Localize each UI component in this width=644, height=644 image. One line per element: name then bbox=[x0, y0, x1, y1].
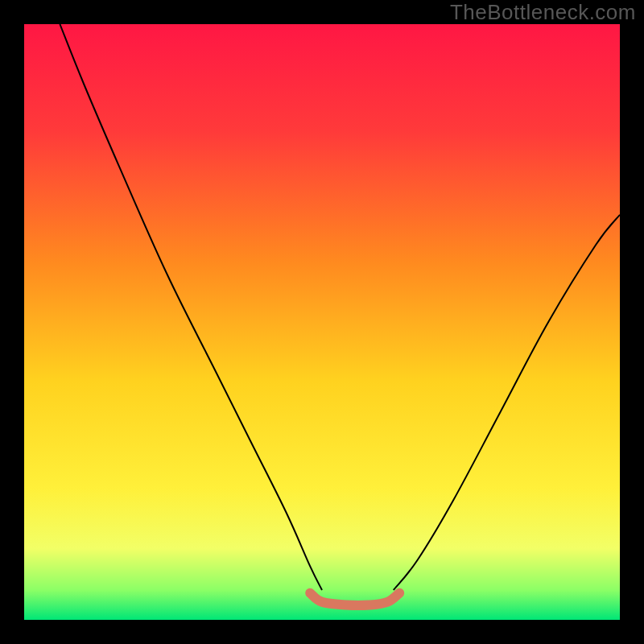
chart-frame: TheBottleneck.com bbox=[0, 0, 644, 644]
plot-area bbox=[24, 24, 620, 620]
series-left-curve bbox=[60, 24, 322, 590]
curve-layer bbox=[24, 24, 620, 620]
series-right-curve bbox=[394, 215, 620, 590]
watermark-text: TheBottleneck.com bbox=[450, 0, 636, 25]
